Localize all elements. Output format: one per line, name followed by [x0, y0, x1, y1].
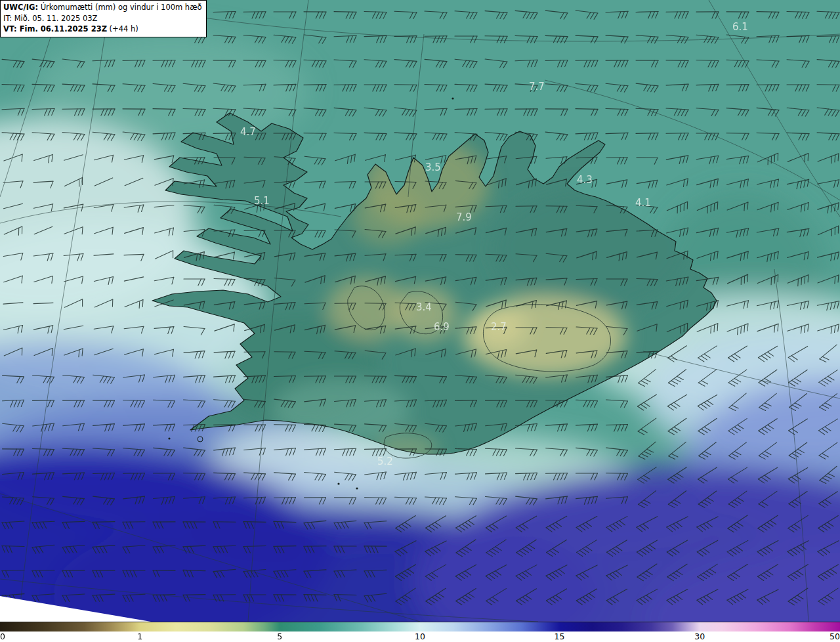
legend-tick-30: 30: [694, 631, 705, 641]
colorbar-tick-labels: 01510153050: [0, 631, 840, 642]
colorbar-legend: 01510153050: [0, 622, 840, 642]
legend-tick-50: 50: [830, 631, 840, 641]
weather-map-app: 6.17.74.73.54.34.15.17.93.46.92.75.2 UWC…: [0, 0, 840, 642]
precipitation-wind-map: 6.17.74.73.54.34.15.17.93.46.92.75.2: [0, 0, 840, 622]
precip-value-label: 3.5: [425, 161, 441, 173]
map-title-box: UWC/IG: Úrkomumætti (mm) og vindur i 100…: [0, 0, 207, 37]
legend-tick-0: 0: [0, 631, 5, 641]
legend-tick-10: 10: [415, 631, 425, 641]
precip-value-label: 3.4: [416, 301, 432, 313]
legend-tick-1: 1: [137, 631, 142, 641]
precip-value-label: 5.1: [254, 195, 270, 207]
precip-value-label: 6.1: [732, 21, 748, 33]
precip-value-label: 6.9: [434, 321, 450, 333]
model-description: Úrkomumætti (mm) og vindur i 100m hæð: [38, 3, 202, 12]
precip-value-label: 2.7: [491, 321, 507, 333]
precip-value-label: 4.3: [577, 174, 593, 186]
model-id: UWC/IG:: [3, 3, 38, 12]
precip-value-label: 7.9: [456, 211, 472, 223]
precip-value-label: 4.1: [635, 197, 651, 209]
precip-value-label: 4.7: [240, 126, 256, 138]
precip-value-label: 5.2: [377, 456, 393, 467]
legend-tick-15: 15: [555, 631, 565, 641]
lead-time: (+44 h): [107, 24, 138, 33]
title-line-model: UWC/IG: Úrkomumætti (mm) og vindur i 100…: [3, 2, 202, 13]
map-canvas: 6.17.74.73.54.34.15.17.93.46.92.75.2 UWC…: [0, 0, 840, 622]
precip-value-label: 7.7: [529, 81, 545, 93]
colorbar-gradient: [0, 622, 840, 632]
legend-tick-5: 5: [277, 631, 282, 641]
valid-time: VT: Fim. 06.11.2025 23Z: [3, 24, 107, 33]
title-line-valid: VT: Fim. 06.11.2025 23Z (+44 h): [3, 24, 202, 35]
title-line-init: IT: Mið. 05. 11. 2025 03Z: [3, 13, 202, 24]
